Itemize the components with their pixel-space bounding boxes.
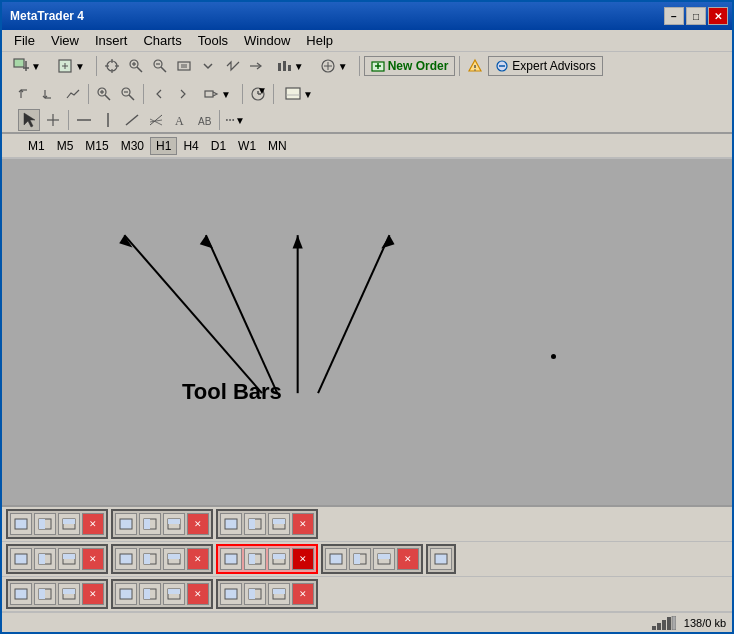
indicators-button[interactable]: ▼ (313, 55, 355, 77)
scroll-options-button[interactable]: ▼ (196, 83, 238, 105)
scroll-right-button[interactable] (172, 83, 194, 105)
panel-btn-9-3[interactable] (58, 583, 80, 605)
panel-btn-11-1[interactable] (220, 583, 242, 605)
chart-type-button[interactable]: ▼ (269, 55, 311, 77)
panel-close-11[interactable]: ✕ (292, 583, 314, 605)
chart-area[interactable]: Tool Bars (2, 159, 732, 505)
more-drawings-button[interactable]: ▼ (224, 109, 246, 131)
panel-btn-5-3[interactable] (163, 548, 185, 570)
tf-d1[interactable]: D1 (205, 137, 232, 155)
panel-btn-1-1[interactable] (10, 513, 32, 535)
tf-w1[interactable]: W1 (232, 137, 262, 155)
fib-tool[interactable] (145, 109, 167, 131)
zoom-in-button[interactable] (125, 55, 147, 77)
panel-btn-2-2[interactable] (139, 513, 161, 535)
panel-btn-4-3[interactable] (58, 548, 80, 570)
panel-btn-5-1[interactable] (115, 548, 137, 570)
tf-m30[interactable]: M30 (115, 137, 150, 155)
panel-btn-10-3[interactable] (163, 583, 185, 605)
tf-mn[interactable]: MN (262, 137, 293, 155)
expert-advisors-button[interactable]: Expert Advisors (488, 56, 602, 76)
crosshair-tool[interactable] (42, 109, 64, 131)
panel-close-3[interactable]: ✕ (292, 513, 314, 535)
panel-btn-1-2[interactable] (34, 513, 56, 535)
menu-view[interactable]: View (43, 31, 87, 50)
trend-line-tool[interactable] (121, 109, 143, 131)
panel-btn-7-2[interactable] (349, 548, 371, 570)
panel-btn-2-3[interactable] (163, 513, 185, 535)
cursor-tool[interactable] (18, 109, 40, 131)
svg-line-69 (206, 235, 277, 393)
new-order-button[interactable]: New Order (364, 56, 456, 76)
nav-up-button[interactable] (14, 83, 36, 105)
scroll-left-button[interactable] (148, 83, 170, 105)
panel-group-2: ✕ (111, 509, 213, 539)
tf-h1[interactable]: H1 (150, 137, 177, 155)
panel-btn-7-1[interactable] (325, 548, 347, 570)
panel-btn-7-3[interactable] (373, 548, 395, 570)
scroll-button[interactable] (197, 55, 219, 77)
clock-button[interactable]: ▼ (247, 83, 269, 105)
panel-close-7[interactable]: ✕ (397, 548, 419, 570)
panel-btn-9-1[interactable] (10, 583, 32, 605)
panel-btn-3-3[interactable] (268, 513, 290, 535)
svg-line-12 (137, 67, 142, 72)
label-tool[interactable]: AB (193, 109, 215, 131)
nav-chart-button[interactable] (62, 83, 84, 105)
zoom-out-button[interactable] (149, 55, 171, 77)
panel-btn-5-2[interactable] (139, 548, 161, 570)
panel-btn-11-3[interactable] (268, 583, 290, 605)
panel-btn-6-1[interactable] (220, 548, 242, 570)
text-tool[interactable]: A (169, 109, 191, 131)
menu-tools[interactable]: Tools (190, 31, 236, 50)
panel-btn-4-1[interactable] (10, 548, 32, 570)
panel-close-9[interactable]: ✕ (82, 583, 104, 605)
properties-button[interactable] (173, 55, 195, 77)
panel-close-4[interactable]: ✕ (82, 548, 104, 570)
panel-btn-1-3[interactable] (58, 513, 80, 535)
panel-close-6[interactable]: ✕ (292, 548, 314, 570)
menu-insert[interactable]: Insert (87, 31, 136, 50)
close-button[interactable]: ✕ (708, 7, 728, 25)
panel-btn-2-1[interactable] (115, 513, 137, 535)
panel-btn-3-1[interactable] (220, 513, 242, 535)
panel-close-10[interactable]: ✕ (187, 583, 209, 605)
panel-btn-9-2[interactable] (34, 583, 56, 605)
menu-charts[interactable]: Charts (135, 31, 189, 50)
tf-m15[interactable]: M15 (79, 137, 114, 155)
autoscroll-button[interactable] (221, 55, 243, 77)
panel-close-1[interactable]: ✕ (82, 513, 104, 535)
tf-m1[interactable]: M1 (22, 137, 51, 155)
new-chart-button[interactable]: ▼ (6, 55, 48, 77)
maximize-button[interactable]: □ (686, 7, 706, 25)
vertical-line-tool[interactable] (97, 109, 119, 131)
panel-btn-3-2[interactable] (244, 513, 266, 535)
panel-btn-11-2[interactable] (244, 583, 266, 605)
minimize-button[interactable]: − (664, 7, 684, 25)
svg-marker-72 (293, 235, 303, 248)
panel-close-5[interactable]: ✕ (187, 548, 209, 570)
menu-window[interactable]: Window (236, 31, 298, 50)
alert-button[interactable] (464, 55, 486, 77)
tf-h4[interactable]: H4 (177, 137, 204, 155)
svg-rect-111 (15, 589, 27, 599)
chart-templates-button[interactable]: ▼ (50, 55, 92, 77)
chart-zoom-button[interactable]: ▼ (278, 83, 320, 105)
panel-btn-6-2[interactable] (244, 548, 266, 570)
crosshair-button[interactable] (101, 55, 123, 77)
svg-rect-51 (286, 88, 300, 99)
menu-file[interactable]: File (6, 31, 43, 50)
zoom-out-2-button[interactable] (117, 83, 139, 105)
panel-close-2[interactable]: ✕ (187, 513, 209, 535)
horizontal-line-tool[interactable] (73, 109, 95, 131)
panel-btn-10-1[interactable] (115, 583, 137, 605)
panel-btn-10-2[interactable] (139, 583, 161, 605)
nav-down-button[interactable] (38, 83, 60, 105)
zoom-in-2-button[interactable] (93, 83, 115, 105)
panel-btn-6-3[interactable] (268, 548, 290, 570)
panel-btn-4-2[interactable] (34, 548, 56, 570)
chart-shift-button[interactable] (245, 55, 267, 77)
panel-btn-8-1[interactable] (430, 548, 452, 570)
tf-m5[interactable]: M5 (51, 137, 80, 155)
menu-help[interactable]: Help (298, 31, 341, 50)
